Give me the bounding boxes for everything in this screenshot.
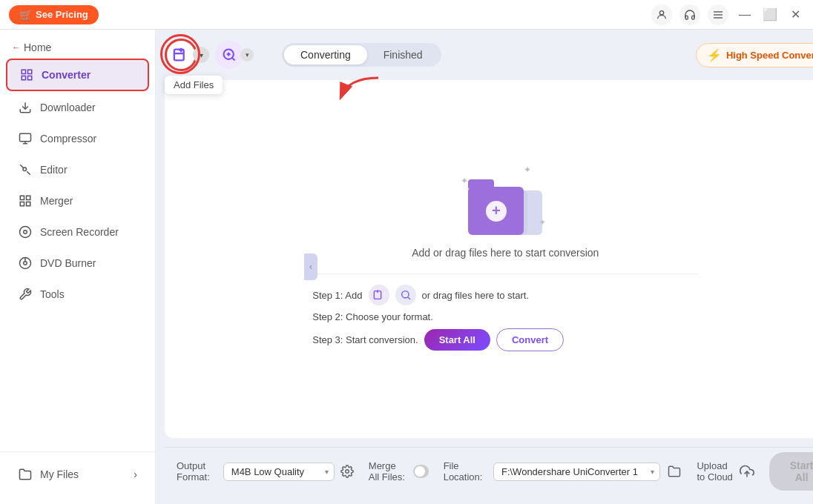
svg-point-20 (24, 231, 27, 234)
add-files-dropdown-button[interactable]: ▾ (193, 47, 209, 63)
add-cdn-button[interactable] (215, 41, 243, 69)
dvd-burner-label: DVD Burner (40, 257, 96, 269)
close-button[interactable]: ✕ (786, 7, 804, 21)
drop-text: Add or drag files here to start conversi… (412, 247, 599, 259)
sidebar-item-my-files[interactable]: My Files › (6, 460, 149, 489)
bottom-bar: Output Format: M4B Low Quality MP4 High … (165, 447, 813, 495)
home-label: Home (24, 42, 51, 53)
minimize-button[interactable]: — (736, 8, 754, 21)
start-all-button[interactable]: Start All (769, 452, 813, 491)
convert-button[interactable]: Convert (496, 328, 564, 351)
start-all-inner-button[interactable]: Start All (424, 329, 490, 351)
step-2-row: Step 2: Choose your format. (312, 311, 698, 322)
sidebar-item-tools[interactable]: Tools (6, 279, 149, 309)
format-settings-icon[interactable] (340, 461, 354, 482)
output-format-label: Output Format: (177, 460, 217, 483)
sidebar-item-merger[interactable]: Merger (6, 186, 149, 216)
upload-cloud-icon[interactable] (740, 461, 754, 482)
editor-icon (18, 162, 33, 177)
svg-line-34 (408, 297, 410, 299)
maximize-button[interactable]: ⬜ (761, 7, 779, 21)
step-1-label: Step 1: Add (312, 290, 362, 301)
svg-rect-24 (174, 50, 184, 61)
step-2-label: Step 2: Choose your format. (312, 311, 433, 322)
step-3-row: Step 3: Start conversion. Start All Conv… (312, 328, 698, 351)
svg-rect-9 (20, 133, 31, 142)
sidebar-collapse-button[interactable]: ‹ (304, 253, 317, 280)
folder-main: + (468, 187, 524, 235)
dvd-burner-icon (18, 256, 33, 271)
step-1-row: Step 1: Add or drag files here to start. (312, 285, 698, 305)
downloader-icon (18, 100, 33, 115)
folder-tab (468, 179, 494, 188)
headset-icon[interactable] (679, 4, 700, 25)
sidebar-item-editor[interactable]: Editor (6, 155, 149, 185)
svg-line-28 (232, 58, 235, 61)
sidebar-item-converter[interactable]: Converter (6, 59, 149, 91)
sidebar-item-dvd-burner[interactable]: DVD Burner (6, 248, 149, 278)
svg-rect-5 (28, 70, 32, 73)
svg-point-35 (346, 470, 349, 474)
sidebar-item-compressor[interactable]: Compressor (6, 124, 149, 153)
add-cdn-section: ▾ (215, 41, 254, 69)
merge-label: Merge All Files: (369, 460, 407, 483)
tab-converting[interactable]: Converting (284, 45, 367, 64)
svg-rect-15 (20, 196, 24, 199)
sidebar-item-downloader[interactable]: Downloader (6, 93, 149, 122)
converter-icon (19, 67, 34, 82)
svg-rect-18 (27, 202, 30, 206)
conversion-tabs: Converting Finished (282, 43, 441, 67)
output-format-field: Output Format: M4B Low Quality MP4 High … (177, 460, 354, 483)
main-layout: ← Home Converter Downloader Compressor (0, 30, 813, 504)
high-speed-button[interactable]: ⚡ High Speed Conversion (696, 43, 813, 67)
sparkle-1: ✦ (461, 176, 468, 186)
add-cdn-dropdown-button[interactable]: ▾ (240, 48, 254, 62)
file-location-select-wrapper: F:\Wondershare UniConverter 1 ▾ (493, 462, 660, 481)
my-files-label: My Files (40, 468, 79, 480)
sidebar-home[interactable]: ← Home (0, 37, 155, 58)
titlebar-icons: — ⬜ ✕ (651, 4, 804, 25)
user-icon[interactable] (651, 4, 672, 25)
converter-label: Converter (42, 69, 90, 81)
tools-icon (18, 287, 33, 302)
svg-rect-17 (20, 202, 24, 206)
step-1-text: or drag files here to start. (422, 290, 530, 301)
editor-label: Editor (40, 164, 68, 176)
menu-icon[interactable] (708, 4, 728, 25)
screen-recorder-label: Screen Recorder (40, 226, 119, 238)
back-arrow-icon: ← (12, 42, 21, 53)
folder-illustration: ✦ ✦ ✦ + (461, 161, 550, 235)
step-3-label: Step 3: Start conversion. (312, 334, 418, 345)
see-pricing-button[interactable]: 🛒 See Pricing (9, 5, 99, 24)
svg-point-0 (659, 10, 663, 14)
svg-point-33 (401, 291, 408, 298)
toolbar: ▾ Add Files ▾ Converting Finished (165, 39, 813, 71)
my-files-left: My Files (18, 467, 79, 482)
svg-point-19 (20, 227, 31, 238)
see-pricing-label: See Pricing (36, 9, 88, 20)
my-files-arrow: › (134, 468, 137, 480)
svg-rect-7 (22, 76, 25, 80)
my-files-icon (18, 467, 33, 482)
svg-rect-6 (28, 76, 32, 80)
file-location-label: File Location: (444, 460, 487, 483)
file-location-folder-icon[interactable] (666, 461, 682, 482)
drop-zone[interactable]: ✦ ✦ ✦ + Add or drag files here to start … (165, 80, 813, 438)
bolt-icon: ⚡ (707, 48, 722, 62)
content-area: ▾ Add Files ▾ Converting Finished (156, 30, 813, 504)
sidebar-item-screen-recorder[interactable]: Screen Recorder (6, 217, 149, 247)
high-speed-label: High Speed Conversion (726, 50, 813, 61)
compressor-icon (18, 131, 33, 146)
output-format-select-wrapper: M4B Low Quality MP4 High Quality MP3 ▾ (223, 462, 335, 481)
folder-plus-icon: + (486, 201, 507, 222)
step-1-search-icon (395, 285, 416, 305)
merger-label: Merger (40, 195, 73, 207)
sidebar: ← Home Converter Downloader Compressor (0, 30, 156, 504)
tools-label: Tools (40, 288, 65, 300)
tab-finished[interactable]: Finished (367, 45, 439, 64)
file-location-select[interactable]: F:\Wondershare UniConverter 1 (493, 462, 660, 481)
compressor-label: Compressor (40, 133, 96, 145)
output-format-select[interactable]: M4B Low Quality MP4 High Quality MP3 (223, 462, 335, 481)
merge-toggle[interactable] (413, 465, 429, 478)
sidebar-bottom: My Files › (0, 451, 155, 497)
